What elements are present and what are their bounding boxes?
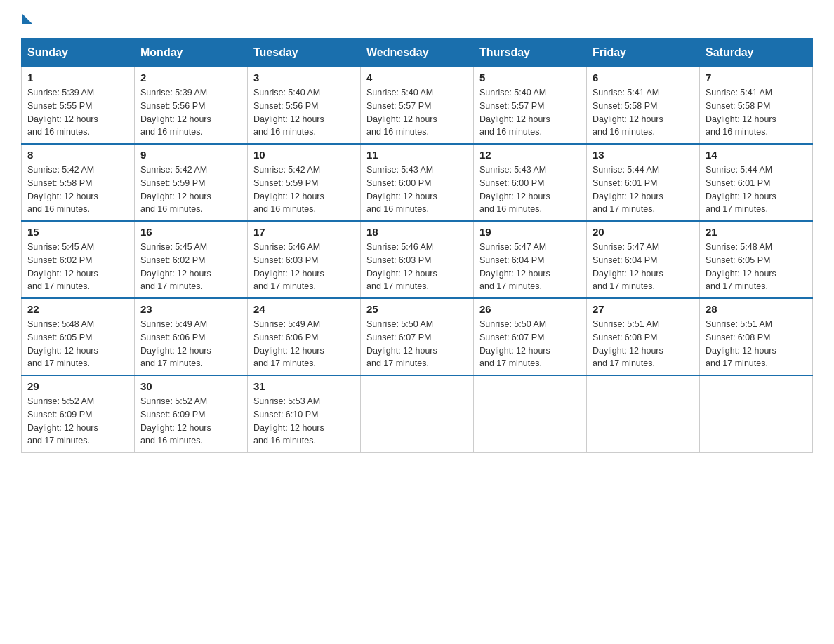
calendar-cell: 19 Sunrise: 5:47 AM Sunset: 6:04 PM Dayl… [474, 221, 587, 298]
calendar-cell: 24 Sunrise: 5:49 AM Sunset: 6:06 PM Dayl… [248, 298, 361, 375]
day-number: 23 [140, 303, 241, 315]
day-info: Sunrise: 5:44 AM Sunset: 6:01 PM Dayligh… [706, 163, 807, 216]
calendar-cell: 7 Sunrise: 5:41 AM Sunset: 5:58 PM Dayli… [700, 67, 813, 144]
day-number: 10 [253, 149, 355, 161]
calendar-cell: 18 Sunrise: 5:46 AM Sunset: 6:03 PM Dayl… [361, 221, 474, 298]
day-info: Sunrise: 5:47 AM Sunset: 6:04 PM Dayligh… [593, 241, 694, 293]
day-number: 25 [366, 303, 468, 315]
day-number: 22 [27, 303, 128, 315]
day-info: Sunrise: 5:40 AM Sunset: 5:57 PM Dayligh… [479, 86, 581, 139]
day-number: 9 [140, 149, 241, 161]
calendar-week-row: 8 Sunrise: 5:42 AM Sunset: 5:58 PM Dayli… [22, 144, 813, 221]
day-number: 21 [706, 226, 807, 238]
day-info: Sunrise: 5:42 AM Sunset: 5:59 PM Dayligh… [140, 163, 241, 216]
calendar-week-row: 22 Sunrise: 5:48 AM Sunset: 6:05 PM Dayl… [22, 298, 813, 375]
calendar-header-row: SundayMondayTuesdayWednesdayThursdayFrid… [22, 39, 813, 67]
day-number: 4 [366, 72, 468, 83]
calendar-week-row: 1 Sunrise: 5:39 AM Sunset: 5:55 PM Dayli… [22, 67, 813, 144]
calendar-cell: 31 Sunrise: 5:53 AM Sunset: 6:10 PM Dayl… [248, 375, 361, 452]
column-header-thursday: Thursday [474, 39, 587, 67]
day-info: Sunrise: 5:45 AM Sunset: 6:02 PM Dayligh… [140, 241, 241, 293]
calendar-cell: 17 Sunrise: 5:46 AM Sunset: 6:03 PM Dayl… [248, 221, 361, 298]
calendar-week-row: 15 Sunrise: 5:45 AM Sunset: 6:02 PM Dayl… [22, 221, 813, 298]
calendar-cell: 4 Sunrise: 5:40 AM Sunset: 5:57 PM Dayli… [361, 67, 474, 144]
day-number: 2 [140, 72, 241, 83]
day-info: Sunrise: 5:49 AM Sunset: 6:06 PM Dayligh… [253, 318, 355, 370]
day-info: Sunrise: 5:50 AM Sunset: 6:07 PM Dayligh… [479, 318, 581, 370]
calendar-cell: 15 Sunrise: 5:45 AM Sunset: 6:02 PM Dayl… [22, 221, 135, 298]
column-header-wednesday: Wednesday [361, 39, 474, 67]
day-info: Sunrise: 5:42 AM Sunset: 5:58 PM Dayligh… [27, 163, 128, 216]
calendar-cell: 25 Sunrise: 5:50 AM Sunset: 6:07 PM Dayl… [361, 298, 474, 375]
day-number: 16 [140, 226, 241, 238]
day-info: Sunrise: 5:39 AM Sunset: 5:56 PM Dayligh… [140, 86, 241, 139]
day-number: 18 [366, 226, 468, 238]
day-info: Sunrise: 5:44 AM Sunset: 6:01 PM Dayligh… [593, 163, 694, 216]
page-header [21, 14, 813, 24]
day-number: 29 [27, 380, 128, 392]
calendar-cell [587, 375, 700, 452]
day-info: Sunrise: 5:43 AM Sunset: 6:00 PM Dayligh… [366, 163, 468, 216]
calendar-cell: 20 Sunrise: 5:47 AM Sunset: 6:04 PM Dayl… [587, 221, 700, 298]
day-info: Sunrise: 5:51 AM Sunset: 6:08 PM Dayligh… [593, 318, 694, 370]
day-info: Sunrise: 5:48 AM Sunset: 6:05 PM Dayligh… [27, 318, 128, 370]
day-info: Sunrise: 5:39 AM Sunset: 5:55 PM Dayligh… [27, 86, 128, 139]
day-number: 17 [253, 226, 355, 238]
day-info: Sunrise: 5:47 AM Sunset: 6:04 PM Dayligh… [479, 241, 581, 293]
calendar-cell: 9 Sunrise: 5:42 AM Sunset: 5:59 PM Dayli… [135, 144, 248, 221]
day-number: 12 [479, 149, 581, 161]
day-info: Sunrise: 5:49 AM Sunset: 6:06 PM Dayligh… [140, 318, 241, 370]
calendar-cell: 16 Sunrise: 5:45 AM Sunset: 6:02 PM Dayl… [135, 221, 248, 298]
column-header-sunday: Sunday [22, 39, 135, 67]
calendar-cell: 5 Sunrise: 5:40 AM Sunset: 5:57 PM Dayli… [474, 67, 587, 144]
day-number: 11 [366, 149, 468, 161]
day-number: 5 [479, 72, 581, 83]
day-number: 28 [706, 303, 807, 315]
day-info: Sunrise: 5:51 AM Sunset: 6:08 PM Dayligh… [706, 318, 807, 370]
calendar-cell [474, 375, 587, 452]
calendar-cell: 21 Sunrise: 5:48 AM Sunset: 6:05 PM Dayl… [700, 221, 813, 298]
day-number: 7 [706, 72, 807, 83]
calendar-cell: 27 Sunrise: 5:51 AM Sunset: 6:08 PM Dayl… [587, 298, 700, 375]
calendar-cell: 12 Sunrise: 5:43 AM Sunset: 6:00 PM Dayl… [474, 144, 587, 221]
calendar-week-row: 29 Sunrise: 5:52 AM Sunset: 6:09 PM Dayl… [22, 375, 813, 452]
day-info: Sunrise: 5:52 AM Sunset: 6:09 PM Dayligh… [140, 395, 241, 448]
calendar-cell: 23 Sunrise: 5:49 AM Sunset: 6:06 PM Dayl… [135, 298, 248, 375]
column-header-saturday: Saturday [700, 39, 813, 67]
logo-arrow-icon [22, 14, 32, 24]
day-number: 27 [593, 303, 694, 315]
day-info: Sunrise: 5:41 AM Sunset: 5:58 PM Dayligh… [593, 86, 694, 139]
calendar-table: SundayMondayTuesdayWednesdayThursdayFrid… [21, 38, 813, 453]
day-number: 14 [706, 149, 807, 161]
day-number: 3 [253, 72, 355, 83]
day-info: Sunrise: 5:53 AM Sunset: 6:10 PM Dayligh… [253, 395, 355, 448]
calendar-cell: 22 Sunrise: 5:48 AM Sunset: 6:05 PM Dayl… [22, 298, 135, 375]
calendar-cell: 3 Sunrise: 5:40 AM Sunset: 5:56 PM Dayli… [248, 67, 361, 144]
column-header-tuesday: Tuesday [248, 39, 361, 67]
day-info: Sunrise: 5:50 AM Sunset: 6:07 PM Dayligh… [366, 318, 468, 370]
day-info: Sunrise: 5:40 AM Sunset: 5:56 PM Dayligh… [253, 86, 355, 139]
calendar-cell: 29 Sunrise: 5:52 AM Sunset: 6:09 PM Dayl… [22, 375, 135, 452]
column-header-friday: Friday [587, 39, 700, 67]
day-number: 30 [140, 380, 241, 392]
calendar-cell: 10 Sunrise: 5:42 AM Sunset: 5:59 PM Dayl… [248, 144, 361, 221]
calendar-cell: 2 Sunrise: 5:39 AM Sunset: 5:56 PM Dayli… [135, 67, 248, 144]
day-info: Sunrise: 5:48 AM Sunset: 6:05 PM Dayligh… [706, 241, 807, 293]
day-number: 26 [479, 303, 581, 315]
calendar-cell: 30 Sunrise: 5:52 AM Sunset: 6:09 PM Dayl… [135, 375, 248, 452]
calendar-cell: 13 Sunrise: 5:44 AM Sunset: 6:01 PM Dayl… [587, 144, 700, 221]
day-number: 6 [593, 72, 694, 83]
calendar-cell: 11 Sunrise: 5:43 AM Sunset: 6:00 PM Dayl… [361, 144, 474, 221]
day-number: 19 [479, 226, 581, 238]
day-info: Sunrise: 5:52 AM Sunset: 6:09 PM Dayligh… [27, 395, 128, 448]
day-number: 20 [593, 226, 694, 238]
day-info: Sunrise: 5:43 AM Sunset: 6:00 PM Dayligh… [479, 163, 581, 216]
day-info: Sunrise: 5:41 AM Sunset: 5:58 PM Dayligh… [706, 86, 807, 139]
day-info: Sunrise: 5:42 AM Sunset: 5:59 PM Dayligh… [253, 163, 355, 216]
calendar-cell: 26 Sunrise: 5:50 AM Sunset: 6:07 PM Dayl… [474, 298, 587, 375]
logo [21, 14, 34, 24]
calendar-cell [700, 375, 813, 452]
day-info: Sunrise: 5:45 AM Sunset: 6:02 PM Dayligh… [27, 241, 128, 293]
day-number: 24 [253, 303, 355, 315]
day-number: 13 [593, 149, 694, 161]
